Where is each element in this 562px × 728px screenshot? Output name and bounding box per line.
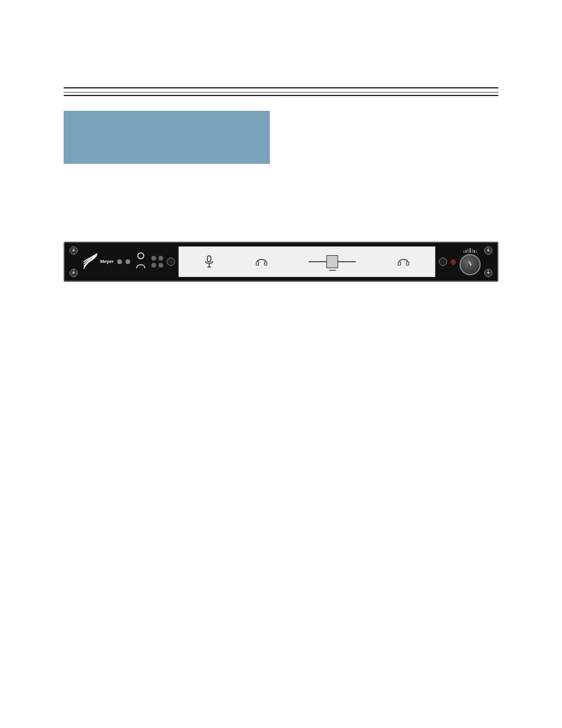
svg-rect-5 xyxy=(265,262,267,265)
meyer-sound-wave-icon xyxy=(81,252,98,271)
brand-name-text: Meyer xyxy=(100,259,114,265)
center-display-panel: — xyxy=(178,246,435,277)
blue-image-placeholder xyxy=(64,111,270,164)
headphone-right-icon xyxy=(398,256,409,268)
status-dot-4 xyxy=(158,263,163,268)
top-right-screw xyxy=(484,246,492,255)
knob-tick-5 xyxy=(472,249,473,253)
horizontal-lines-section xyxy=(64,87,498,100)
svg-rect-4 xyxy=(256,262,259,265)
knob-tick-6 xyxy=(474,250,475,253)
right-dot-cluster xyxy=(151,256,163,268)
logo-area: Meyer xyxy=(81,252,114,271)
knob-tick-4 xyxy=(470,248,471,253)
red-indicator-dot xyxy=(451,259,456,265)
headphone-left-icon xyxy=(256,256,267,268)
knob-tick-2 xyxy=(465,250,467,253)
knob-tick-3 xyxy=(468,249,469,253)
indicator-dot-2 xyxy=(125,259,130,264)
left-indicator-cluster xyxy=(117,259,130,264)
svg-rect-1 xyxy=(207,256,211,262)
status-dot-3 xyxy=(151,263,156,268)
svg-rect-7 xyxy=(406,262,409,265)
line-2 xyxy=(64,92,498,93)
mic-icon xyxy=(204,255,214,268)
bottom-right-screw xyxy=(484,269,492,277)
led-ring-right-button[interactable] xyxy=(439,258,447,266)
fader-slider[interactable]: — xyxy=(309,255,356,268)
knob-tick-1 xyxy=(464,251,465,253)
headphone-figure-icon xyxy=(135,252,147,272)
line-1 xyxy=(64,87,498,88)
top-left-screw xyxy=(70,246,78,255)
left-mount-screws xyxy=(70,246,78,277)
status-dot-2 xyxy=(158,256,163,261)
led-ring-button[interactable] xyxy=(167,258,175,266)
indicator-dot-1 xyxy=(117,259,122,264)
svg-rect-6 xyxy=(398,262,401,265)
level-knob[interactable] xyxy=(459,254,481,275)
right-mount-screws xyxy=(484,246,492,277)
line-3 xyxy=(64,95,498,96)
minus-symbol: — xyxy=(329,266,336,274)
svg-point-0 xyxy=(138,253,144,259)
knob-tick-7 xyxy=(476,251,477,253)
device-front-panel: Meyer xyxy=(64,242,498,282)
status-dot-1 xyxy=(151,256,156,261)
level-knob-area xyxy=(459,248,481,275)
bottom-left-screw xyxy=(70,269,78,277)
